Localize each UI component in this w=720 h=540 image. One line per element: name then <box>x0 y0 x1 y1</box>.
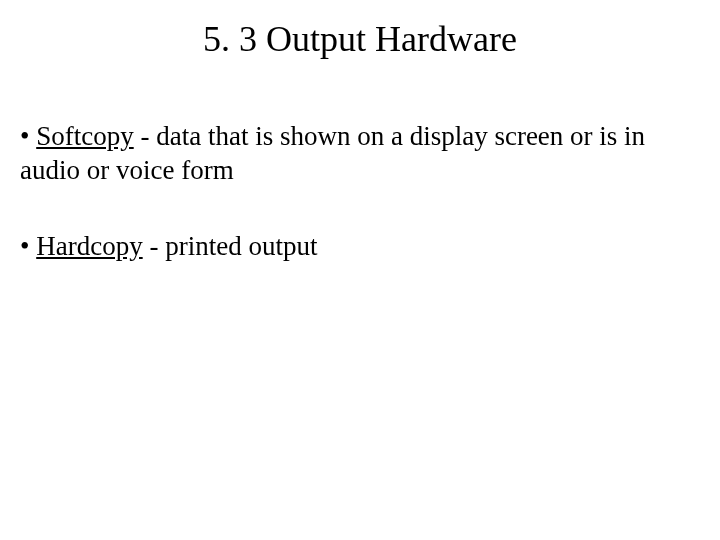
slide-title: 5. 3 Output Hardware <box>20 18 700 60</box>
bullet-definition: - printed output <box>143 231 318 261</box>
bullet-prefix: • <box>20 231 36 261</box>
bullet-term: Hardcopy <box>36 231 142 261</box>
bullet-term: Softcopy <box>36 121 134 151</box>
bullet-prefix: • <box>20 121 36 151</box>
bullet-item: • Softcopy - data that is shown on a dis… <box>20 120 700 188</box>
bullet-item: • Hardcopy - printed output <box>20 230 700 264</box>
